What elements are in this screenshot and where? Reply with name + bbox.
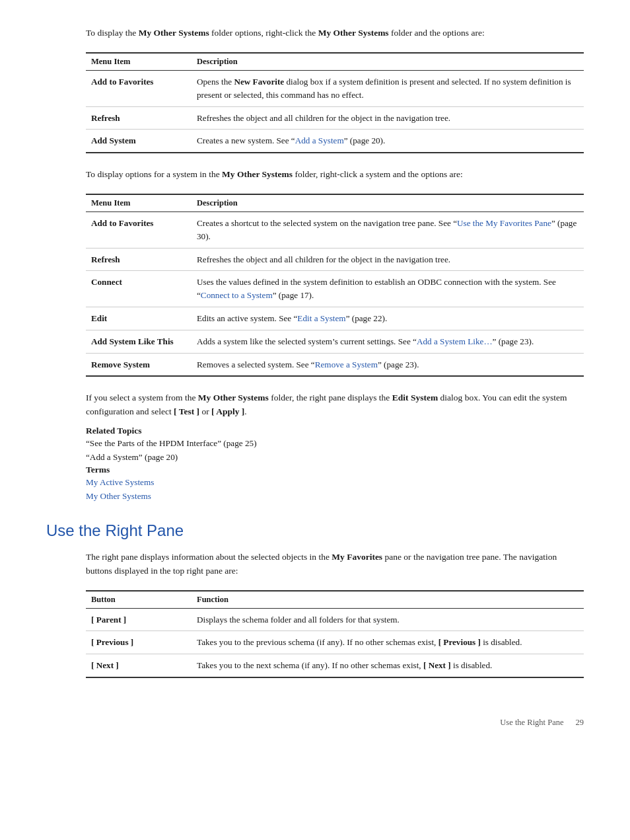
menu-item-add-like: Add System Like This	[86, 330, 192, 353]
menu-item-remove: Remove System	[86, 353, 192, 376]
intro-paragraph-2: To display options for a system in the M…	[86, 168, 584, 182]
term-link-2[interactable]: My Other Systems	[86, 489, 584, 503]
footer-page: 29	[576, 718, 584, 728]
table-row: Remove System Removes a selected system.…	[86, 353, 584, 376]
table-row: Add to Favorites Creates a shortcut to t…	[86, 212, 584, 248]
menu-item-add-fav-1: Add to Favorites	[86, 70, 192, 106]
if-paragraph: If you select a system from the My Other…	[86, 391, 584, 419]
link-remove-system[interactable]: Remove a System	[315, 360, 378, 369]
col-menuitem-1: Menu Item	[86, 53, 192, 71]
menu-item-refresh-2: Refresh	[86, 248, 192, 271]
menu-item-connect: Connect	[86, 271, 192, 307]
menu-item-add-system-1: Add System	[86, 130, 192, 153]
link-add-system-1[interactable]: Add a System	[295, 135, 344, 145]
desc-next: Takes you to the next schema (if any). I…	[192, 654, 584, 677]
related-topics: Related Topics “See the Parts of the HPD…	[86, 426, 584, 503]
col-function: Function	[192, 591, 584, 609]
terms-title: Terms	[86, 465, 110, 475]
related-link-2[interactable]: “Add a System” (page 20)	[86, 450, 584, 464]
menu-item-edit: Edit	[86, 307, 192, 330]
table-row: Add System Like This Adds a system like …	[86, 330, 584, 353]
desc-add-like: Adds a system like the selected system’s…	[192, 330, 584, 353]
table-2: Menu Item Description Add to Favorites C…	[86, 194, 584, 377]
menu-item-add-fav-2: Add to Favorites	[86, 212, 192, 248]
link-connect-to-system[interactable]: Connect to a System	[201, 290, 273, 300]
button-next: [ Next ]	[86, 654, 192, 677]
menu-item-refresh-1: Refresh	[86, 106, 192, 130]
button-parent: [ Parent ]	[86, 608, 192, 631]
desc-refresh-1: Refreshes the object and all children fo…	[192, 106, 584, 130]
table-3: Button Function [ Parent ] Displays the …	[86, 590, 584, 678]
intro-paragraph-1: To display the My Other Systems folder o…	[86, 26, 584, 40]
col-desc-2: Description	[192, 194, 584, 212]
right-pane-intro: The right pane displays information abou…	[86, 551, 584, 578]
table-row: Add to Favorites Opens the New Favorite …	[86, 70, 584, 106]
desc-parent: Displays the schema folder and all folde…	[192, 608, 584, 631]
footer-text: Use the Right Pane	[500, 718, 563, 728]
desc-edit: Edits an active system. See “Edit a Syst…	[192, 307, 584, 330]
desc-refresh-2: Refreshes the object and all children fo…	[192, 248, 584, 271]
table-row: [ Next ] Takes you to the next schema (i…	[86, 654, 584, 677]
desc-previous: Takes you to the previous schema (if any…	[192, 631, 584, 654]
section-heading-use-right-pane: Use the Right Pane	[46, 521, 584, 540]
term-link-1[interactable]: My Active Systems	[86, 475, 584, 489]
table-row: Edit Edits an active system. See “Edit a…	[86, 307, 584, 330]
table-row: Add System Creates a new system. See “Ad…	[86, 130, 584, 153]
table-row: Refresh Refreshes the object and all chi…	[86, 106, 584, 130]
link-edit-system[interactable]: Edit a System	[297, 313, 345, 323]
desc-add-system-1: Creates a new system. See “Add a System”…	[192, 130, 584, 153]
desc-add-fav-2: Creates a shortcut to the selected syste…	[192, 212, 584, 248]
link-use-my-fav[interactable]: Use the My Favorites Pane	[457, 218, 551, 228]
col-desc-1: Description	[192, 53, 584, 71]
table-row: Refresh Refreshes the object and all chi…	[86, 248, 584, 271]
table-row: [ Previous ] Takes you to the previous s…	[86, 631, 584, 654]
desc-connect: Uses the values defined in the system de…	[192, 271, 584, 307]
button-previous: [ Previous ]	[86, 631, 192, 654]
desc-remove: Removes a selected system. See “Remove a…	[192, 353, 584, 376]
table-row: Connect Uses the values defined in the s…	[86, 271, 584, 307]
table-row: [ Parent ] Displays the schema folder an…	[86, 608, 584, 631]
desc-add-fav-1: Opens the New Favorite dialog box if a s…	[192, 70, 584, 106]
col-button: Button	[86, 591, 192, 609]
related-link-1[interactable]: “See the Parts of the HPDM Interface” (p…	[86, 436, 584, 450]
link-add-system-like[interactable]: Add a System Like…	[417, 336, 493, 346]
footer: Use the Right Pane 29	[46, 718, 584, 728]
related-topics-title: Related Topics	[86, 426, 141, 436]
table-1: Menu Item Description Add to Favorites O…	[86, 52, 584, 153]
col-menuitem-2: Menu Item	[86, 194, 192, 212]
